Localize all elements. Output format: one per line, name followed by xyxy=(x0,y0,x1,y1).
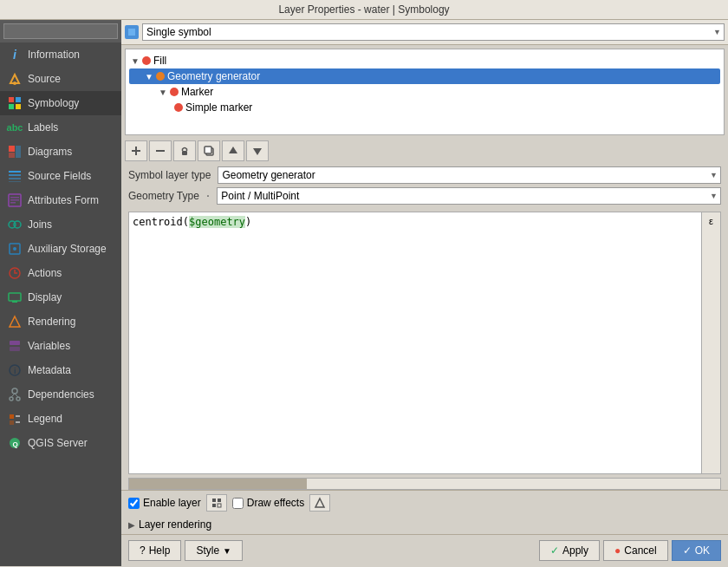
sidebar-item-symbology[interactable]: Symbology xyxy=(0,91,121,115)
svg-point-1 xyxy=(13,81,16,85)
apply-button[interactable]: ✓ Apply xyxy=(539,540,600,561)
sidebar-item-actions[interactable]: Actions xyxy=(0,261,121,285)
info-icon: i xyxy=(7,47,23,62)
sidebar-item-label: Actions xyxy=(28,267,62,279)
layer-rendering-label: Layer rendering xyxy=(139,518,211,531)
svg-text:i: i xyxy=(14,367,16,375)
style-label: Style xyxy=(196,544,219,557)
svg-rect-50 xyxy=(212,499,216,502)
sidebar-item-source[interactable]: Source xyxy=(0,67,121,91)
symbol-tree: ▼ Fill ▼ Geometry generator ▼ Marker Sim… xyxy=(125,49,725,135)
sidebar-item-source-fields[interactable]: Source Fields xyxy=(0,164,121,188)
enable-layer-checkbox-label[interactable]: Enable layer xyxy=(128,497,201,509)
svg-rect-8 xyxy=(16,146,21,158)
symbol-layer-type-select[interactable]: Geometry generator Simple fill Gradient … xyxy=(218,166,721,184)
svg-marker-24 xyxy=(10,316,20,327)
tree-item-fill[interactable]: ▼ Fill xyxy=(129,53,720,68)
draw-effects-checkbox-label[interactable]: Draw effects xyxy=(232,497,304,509)
rendering-icon xyxy=(7,314,23,329)
cancel-button[interactable]: ● Cancel xyxy=(603,540,668,561)
sidebar-item-labels[interactable]: abc Labels xyxy=(0,115,121,140)
move-up-button[interactable] xyxy=(222,140,244,161)
title-bar: Layer Properties - water | Symbology xyxy=(0,0,728,20)
sidebar-item-label: Diagrams xyxy=(28,146,72,158)
svg-rect-35 xyxy=(16,415,20,417)
style-button[interactable]: Style ▼ xyxy=(185,540,243,561)
layer-type-icon xyxy=(125,25,139,39)
svg-rect-51 xyxy=(218,499,221,502)
style-dropdown-arrow: ▼ xyxy=(223,546,231,556)
sidebar-item-qgis-server[interactable]: Q QGIS Server xyxy=(0,431,121,455)
draw-effects-settings-button[interactable] xyxy=(309,494,330,512)
sidebar-item-display[interactable]: Display xyxy=(0,285,121,310)
footer: ? Help Style ▼ ✓ Apply ● Cancel ✓ xyxy=(121,534,728,566)
help-button[interactable]: ? Help xyxy=(128,540,181,561)
ok-check-icon: ✓ xyxy=(683,544,692,557)
layer-effects-button[interactable] xyxy=(206,494,227,512)
footer-right: ✓ Apply ● Cancel ✓ OK xyxy=(539,540,721,561)
expression-button[interactable]: ε xyxy=(701,212,720,473)
tree-item-geometry-generator[interactable]: ▼ Geometry generator xyxy=(129,68,720,84)
symbology-icon xyxy=(7,95,23,111)
search-input[interactable] xyxy=(3,23,118,39)
draw-effects-checkbox[interactable] xyxy=(232,498,244,509)
svg-rect-25 xyxy=(10,341,20,345)
legend-icon xyxy=(7,411,23,427)
sidebar-item-metadata[interactable]: i Metadata xyxy=(0,358,121,382)
symbol-layer-type-label: Symbol layer type xyxy=(128,169,211,181)
svg-marker-49 xyxy=(253,148,262,155)
attributes-form-icon xyxy=(7,192,23,208)
svg-rect-23 xyxy=(12,301,17,303)
sidebar-item-diagrams[interactable]: Diagrams xyxy=(0,140,121,164)
add-layer-button[interactable] xyxy=(125,140,147,161)
horizontal-scrollbar[interactable] xyxy=(128,478,721,490)
help-icon: ? xyxy=(140,544,146,557)
sidebar-item-label: Source Fields xyxy=(28,170,91,182)
svg-rect-47 xyxy=(205,147,211,153)
svg-rect-26 xyxy=(10,347,20,351)
lock-button[interactable] xyxy=(173,140,196,161)
sidebar-item-rendering[interactable]: Rendering xyxy=(0,310,121,334)
move-down-button[interactable] xyxy=(246,140,269,161)
joins-icon xyxy=(7,217,23,232)
sidebar-item-attributes-form[interactable]: Attributes Form xyxy=(0,188,121,212)
sidebar-item-legend[interactable]: Legend xyxy=(0,407,121,431)
geometry-type-label: Geometry Type xyxy=(128,190,199,202)
svg-rect-53 xyxy=(218,504,221,507)
sidebar-item-variables[interactable]: Variables xyxy=(0,334,121,358)
tree-chevron-geometry: ▼ xyxy=(145,72,153,81)
tree-item-marker[interactable]: ▼ Marker xyxy=(129,84,720,100)
code-editor-wrapper: centroid($geometry) ε xyxy=(128,212,721,474)
svg-rect-6 xyxy=(9,146,15,152)
geometry-type-select-wrapper: Point / MultiPoint Line / MultiLine Poly… xyxy=(217,187,721,205)
svg-rect-16 xyxy=(10,202,16,204)
sidebar-item-joins[interactable]: Joins xyxy=(0,212,121,237)
dependencies-icon xyxy=(7,387,23,402)
sidebar-item-label: Joins xyxy=(28,218,52,231)
enable-layer-checkbox[interactable] xyxy=(128,498,140,509)
code-editor[interactable]: centroid($geometry) xyxy=(129,212,701,473)
sidebar-item-auxiliary-storage[interactable]: Auxiliary Storage xyxy=(0,237,121,261)
tree-item-simple-marker[interactable]: Simple marker xyxy=(129,100,720,115)
tree-label-marker: Marker xyxy=(181,86,213,98)
svg-rect-15 xyxy=(10,199,19,201)
ok-button[interactable]: ✓ OK xyxy=(672,540,721,561)
svg-rect-44 xyxy=(156,150,165,152)
layer-rendering-row[interactable]: ▶ Layer rendering xyxy=(121,515,728,534)
geometry-type-select[interactable]: Point / MultiPoint Line / MultiLine Poly… xyxy=(217,187,721,205)
duplicate-button[interactable] xyxy=(198,140,220,161)
sidebar-item-label: Metadata xyxy=(28,364,71,376)
svg-rect-41 xyxy=(128,29,135,36)
sidebar-item-label: Legend xyxy=(28,413,62,425)
title-text: Layer Properties - water | Symbology xyxy=(278,3,449,16)
sidebar-item-dependencies[interactable]: Dependencies xyxy=(0,382,121,407)
remove-layer-button[interactable] xyxy=(149,140,172,161)
sidebar-item-information[interactable]: i Information xyxy=(0,42,121,67)
bottom-toolbar: Enable layer Draw effects xyxy=(121,490,728,515)
tree-label-fill: Fill xyxy=(153,55,166,67)
cancel-label: Cancel xyxy=(624,544,656,557)
draw-effects-label: Draw effects xyxy=(247,497,304,509)
symbol-type-select[interactable]: Single symbol Categorized Graduated Rule… xyxy=(142,23,725,41)
svg-rect-14 xyxy=(10,197,19,199)
svg-point-31 xyxy=(16,397,20,401)
